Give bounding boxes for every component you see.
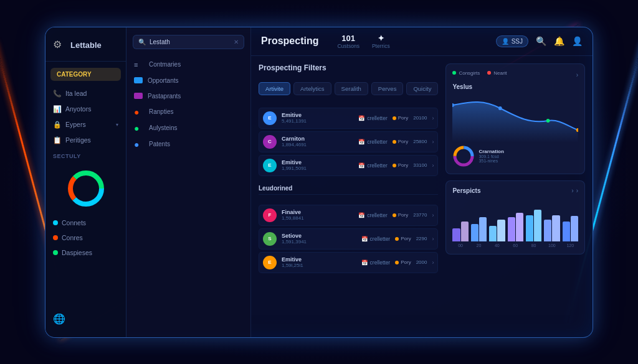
bar-group	[544, 215, 559, 241]
table-row[interactable]: F Finaive 1,59,8841 📅 crelletter Pory 23…	[259, 205, 438, 226]
tab-quicity[interactable]: Quicity	[406, 82, 438, 95]
row-avatar: E	[263, 111, 277, 125]
middle-item-aulysteins[interactable]: ● Aulysteins	[126, 120, 250, 136]
tag-dot	[393, 164, 396, 167]
line-chart-nav[interactable]: ›	[576, 72, 578, 78]
close-icon[interactable]: ✕	[234, 39, 239, 45]
bar-group	[508, 213, 523, 241]
row-name: Emitive	[282, 159, 353, 166]
bar-chart-title: Perspicts	[452, 187, 480, 194]
bar-light	[479, 217, 487, 241]
row-tag: Pory	[393, 162, 408, 168]
line-chart-header: Consgirts Nearit ›	[452, 70, 578, 80]
sidebar-sub-connets[interactable]: Connets	[45, 215, 126, 230]
sidebar-section-title: Sectuly	[45, 148, 126, 162]
cal-text: crelletter	[370, 236, 391, 242]
cal-text: crelletter	[367, 115, 388, 121]
row-cal: 📅 crelletter	[358, 212, 388, 218]
sidebar-sub-conres[interactable]: Conres	[45, 230, 126, 245]
table-row[interactable]: E Emitive 5,491,1391 📅 crelletter Pory 2…	[259, 108, 438, 129]
legend-dot-consgirts	[452, 71, 456, 75]
stat-label-custsons: Custsons	[337, 43, 359, 49]
search-bar[interactable]: 🔍 ✕	[133, 35, 244, 49]
bar-dark	[471, 224, 478, 241]
sidebar-label-eypers: Eypers	[65, 121, 86, 128]
conres-dot	[53, 235, 58, 240]
globe-icon[interactable]: 🌐	[53, 314, 65, 324]
bar-dark	[526, 215, 533, 241]
row-info: Emitive 5,491,1391	[282, 112, 353, 124]
table-row[interactable]: C Carniton 1,894,4691 📅 crelletter Pory …	[259, 131, 438, 152]
pie-sub: 309.1 fcsd	[478, 154, 503, 159]
search-input[interactable]	[150, 39, 230, 45]
middle-panel: 🔍 ✕ ≡ Contmaries Opportants Pastaprants …	[126, 27, 251, 337]
row-name: Emitive	[282, 256, 356, 263]
chevron-right-icon[interactable]: ›	[432, 162, 434, 169]
row-avatar: F	[263, 208, 277, 222]
tab-artelytics[interactable]: Artelytics	[293, 82, 331, 95]
row-info: Finaive 1,59,8841	[282, 209, 353, 221]
table-row[interactable]: E Emitive 1,991,5091 📅 crelletter Pory 3…	[259, 155, 438, 176]
row-tag: Pory	[395, 259, 411, 265]
bar-chart-header: Perspicts › ›	[452, 187, 578, 194]
row-info: Setiove 1,591,3941	[282, 233, 356, 245]
bar-light	[516, 213, 523, 241]
legend-nearit: Nearit	[487, 70, 507, 76]
middle-item-pastaprants[interactable]: Pastaprants	[126, 88, 250, 104]
bar-chart-nav: › ›	[571, 187, 578, 194]
bar-group	[563, 216, 578, 241]
middle-item-contmaries[interactable]: ≡ Contmaries	[126, 57, 250, 73]
top-bar: Prospecting 101 Custsons ✦ Pterrics 👤 SS…	[251, 27, 593, 56]
dot-green-icon: ●	[134, 124, 144, 132]
row-avatar: C	[263, 135, 277, 149]
bar-light	[552, 215, 559, 241]
left-content: Prospecting Filters Artivite Artelytics …	[259, 63, 445, 330]
bar-chart-prev[interactable]: ›	[571, 187, 573, 194]
chevron-right-icon[interactable]: ›	[432, 212, 434, 218]
sidebar-label-italead: Ita lead	[65, 90, 87, 97]
tab-seralith[interactable]: Seralith	[335, 82, 368, 95]
sidebar-item-anyotors[interactable]: 📊 Anyotors	[45, 101, 126, 117]
row-tag: Pory	[393, 212, 408, 218]
user-badge[interactable]: 👤 SSJ	[496, 35, 528, 47]
sidebar-label-connets: Connets	[62, 219, 86, 226]
middle-label-patents: Patents	[149, 141, 170, 147]
cal-text: crelletter	[367, 162, 388, 169]
table-row[interactable]: S Setiove 1,591,3941 📅 crelletter Pory 2…	[259, 228, 438, 250]
chevron-right-icon[interactable]: ›	[432, 115, 434, 121]
main-content: Prospecting 101 Custsons ✦ Pterrics 👤 SS…	[251, 27, 593, 337]
row-info: Emitive 1,59l,25l1	[282, 256, 356, 268]
table-row[interactable]: E Emitive 1,59l,25l1 📅 crelletter Pory 2…	[259, 252, 438, 273]
middle-item-opportants[interactable]: Opportants	[126, 73, 250, 88]
bell-icon[interactable]: 🔔	[554, 36, 564, 46]
tab-artivite[interactable]: Artivite	[259, 82, 290, 95]
bar-label-4: 80	[526, 243, 541, 248]
tag-dot	[393, 116, 396, 120]
sidebar-item-italead[interactable]: 📞 Ita lead	[45, 86, 126, 101]
sidebar-sub-daspieses[interactable]: Daspieses	[45, 245, 126, 260]
bar-group	[526, 210, 541, 241]
chevron-right-icon[interactable]: ›	[432, 236, 434, 242]
row-date: 33100	[413, 162, 427, 168]
chevron-right-icon[interactable]: ›	[432, 139, 434, 145]
middle-item-patents[interactable]: ● Patents	[126, 136, 250, 152]
square-purple-icon	[134, 93, 143, 99]
middle-item-ranpties[interactable]: ● Ranpties	[126, 104, 250, 120]
row-cal: 📅 crelletter	[358, 162, 388, 169]
profile-icon[interactable]: 👤	[572, 36, 583, 46]
cal-text: crelletter	[367, 139, 388, 145]
chart-icon: 📊	[53, 105, 62, 113]
bar-light	[461, 222, 469, 241]
sidebar-item-eypers[interactable]: 🔒 Eypers ▾	[45, 117, 126, 133]
sidebar-item-peritiges[interactable]: 📋 Peritiges	[45, 133, 126, 148]
row-info: Emitive 1,991,5091	[282, 159, 353, 171]
bar-group	[452, 222, 468, 241]
app-container: ⚙ Lettable Category 📞 Ita lead 📊 Anyotor…	[45, 27, 593, 338]
tab-perves[interactable]: Perves	[371, 82, 404, 95]
cal-text: crelletter	[367, 212, 388, 218]
filters-header: Prospecting Filters	[259, 63, 438, 72]
search-top-icon[interactable]: 🔍	[536, 36, 546, 46]
stat-custsons: 101 Custsons	[337, 34, 359, 49]
bar-chart-next[interactable]: ›	[576, 187, 578, 194]
chevron-right-icon[interactable]: ›	[432, 259, 434, 266]
